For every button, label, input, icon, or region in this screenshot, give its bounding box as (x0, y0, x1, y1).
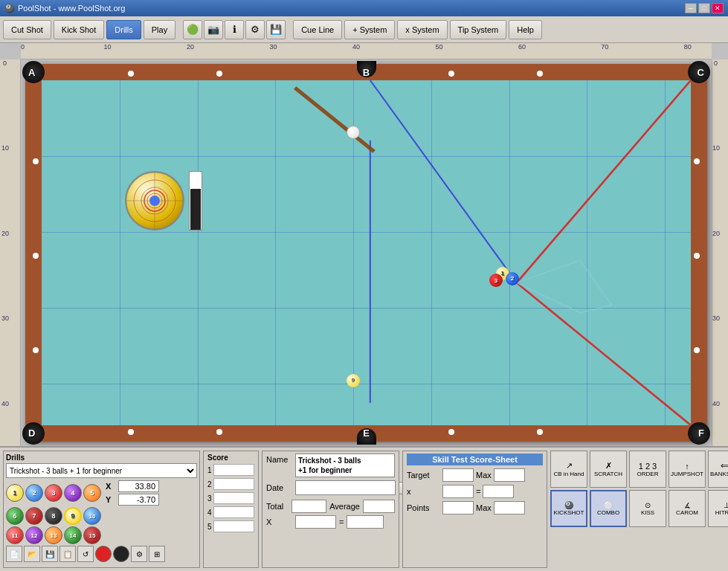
cat-btn-combo[interactable]: ⚪ COMBO (590, 490, 627, 527)
skill-x-label: x (407, 487, 440, 496)
icon-toolbar: 🟢 📷 ℹ ⚙ 💾 (183, 20, 286, 39)
ruler-left: 0 10 20 30 40 (0, 59, 21, 446)
drills-section-title: Drills (6, 454, 197, 462)
score-section: Score 1 2 3 4 (203, 451, 259, 568)
ball-btn-9[interactable]: 9 (64, 507, 82, 525)
ball-btn-12[interactable]: 12 (25, 526, 43, 544)
ball-btn-3[interactable]: 3 (45, 484, 62, 502)
date-label: Date (266, 483, 292, 492)
x-system-button[interactable]: x System (397, 20, 447, 39)
power-icon[interactable]: 🟢 (183, 20, 202, 39)
ball-btn-10[interactable]: 10 (83, 507, 101, 525)
app-icon: 🎱 (4, 4, 15, 13)
drills-dropdown[interactable]: Trickshot - 3 balls + 1 for beginner (6, 463, 197, 478)
ruler-right: 0 10 20 30 40 (712, 59, 728, 446)
ball-btn-8[interactable]: 8 (45, 507, 62, 525)
close-button[interactable]: ✕ (712, 3, 724, 13)
window-title: PoolShot - www.PoolShot.org (18, 4, 125, 13)
drills-button[interactable]: Drills (106, 20, 141, 39)
doc-icon-btn[interactable]: 📄 (6, 546, 22, 562)
refresh-icon-btn[interactable]: ↺ (77, 546, 94, 562)
skill-eq-label: = (476, 487, 480, 496)
ball-btn-red[interactable] (95, 546, 112, 562)
cat-btn-bankshot[interactable]: ⟺ BANKSHOT (708, 451, 728, 488)
maximize-button[interactable]: □ (698, 3, 710, 13)
x2-box[interactable] (295, 515, 336, 529)
score-box-2[interactable] (213, 478, 254, 490)
ball-btn-15[interactable]: 15 (83, 526, 101, 544)
score-num-1: 1 (207, 466, 212, 474)
tip-system-button[interactable]: Tip System (450, 20, 507, 39)
ball-btn-5[interactable]: 5 (83, 484, 101, 502)
skill-xbox[interactable] (442, 485, 474, 498)
ball-btn-14[interactable]: 14 (64, 526, 82, 544)
order-icon: 1 2 3 (639, 462, 657, 471)
combo-icon: ⚪ (604, 501, 613, 509)
ball-btn-13[interactable]: 13 (45, 526, 62, 544)
cue-line-button[interactable]: Cue Line (293, 20, 342, 39)
plus-system-button[interactable]: + System (344, 20, 395, 39)
score-box-4[interactable] (213, 506, 254, 518)
minimize-button[interactable]: ─ (685, 3, 697, 13)
ball-btn-black[interactable] (113, 546, 129, 562)
ball-btn-1[interactable]: 1 (6, 484, 24, 502)
score-title: Score (207, 454, 254, 462)
ball-btn-11[interactable]: 11 (6, 526, 24, 544)
settings-icon[interactable]: ⚙ (245, 20, 265, 39)
cat-btn-kickshot[interactable]: 🎱 KICKSHOT (550, 490, 587, 527)
cat-btn-carom[interactable]: ∡ CAROM (669, 490, 706, 527)
hitrail-label: HITRAIL (715, 509, 728, 516)
cat-btn-hitrail[interactable]: ⊥ HITRAIL (708, 490, 728, 527)
cat-btn-cb-in-hand[interactable]: ↗ CB in Hand (550, 451, 587, 488)
cat-btn-order[interactable]: 1 2 3 ORDER (629, 451, 666, 488)
max-box[interactable] (494, 468, 525, 482)
skill-title: Skill Test Score-Sheet (407, 454, 543, 465)
average-label: Average (329, 502, 360, 511)
ball-btn-2[interactable]: 2 (25, 484, 43, 502)
combo-label: COMBO (597, 509, 619, 516)
ball-btn-4[interactable]: 4 (64, 484, 82, 502)
info-icon[interactable]: ℹ (225, 20, 244, 39)
category-section: ↗ CB in Hand ✗ SCRATCH 1 2 3 ORDER ↑ JUM… (550, 451, 728, 568)
score-num-5: 5 (207, 523, 212, 531)
skill-result-box[interactable] (483, 485, 514, 498)
kick-shot-button[interactable]: Kick Shot (54, 20, 104, 39)
kickshot-icon: 🎱 (564, 501, 573, 509)
list-icon-btn[interactable]: 📋 (59, 546, 76, 562)
max-label: Max (476, 471, 492, 480)
play-button[interactable]: Play (144, 20, 175, 39)
camera-icon[interactable]: 📷 (204, 20, 223, 39)
x-label: X (106, 482, 116, 491)
eq-box[interactable] (347, 515, 384, 529)
average-box[interactable] (363, 500, 395, 513)
settings2-icon-btn[interactable]: ⚙ (131, 546, 147, 562)
cat-btn-kiss[interactable]: ⊙ KISS (629, 490, 666, 527)
score-box-5[interactable] (213, 520, 254, 532)
help-button[interactable]: Help (509, 20, 542, 39)
name-value[interactable]: Trickshot - 3 balls+1 for beginner (295, 454, 395, 477)
cat-btn-jumpshot[interactable]: ↑ JUMPSHOT (669, 451, 706, 488)
cut-shot-button[interactable]: Cut Shot (3, 20, 51, 39)
order-label: ORDER (637, 471, 659, 477)
target-box[interactable] (442, 468, 474, 482)
bottom-panel: Drills Trickshot - 3 balls + 1 for begin… (0, 446, 728, 571)
score-box-3[interactable] (213, 492, 254, 504)
label-f: F (698, 428, 704, 439)
score-box-1[interactable] (213, 464, 254, 476)
points-max-box[interactable] (494, 501, 525, 514)
date-input[interactable] (295, 480, 396, 495)
points-label: Points (407, 503, 440, 512)
cat-btn-scratch[interactable]: ✗ SCRATCH (590, 451, 627, 488)
ball-btn-7[interactable]: 7 (25, 507, 43, 525)
save-icon-btn[interactable]: 💾 (42, 546, 58, 562)
svg-point-11 (149, 196, 160, 206)
points-box[interactable] (442, 501, 474, 514)
ball-btn-6[interactable]: 6 (6, 507, 24, 525)
total-box[interactable] (291, 500, 326, 513)
target-label: Target (407, 471, 440, 480)
file-icon-btn[interactable]: 📂 (24, 546, 40, 562)
label-b: B (363, 67, 370, 78)
save-icon[interactable]: 💾 (266, 20, 286, 39)
grid-icon-btn[interactable]: ⊞ (149, 546, 165, 562)
window-controls[interactable]: ─ □ ✕ (685, 3, 724, 13)
